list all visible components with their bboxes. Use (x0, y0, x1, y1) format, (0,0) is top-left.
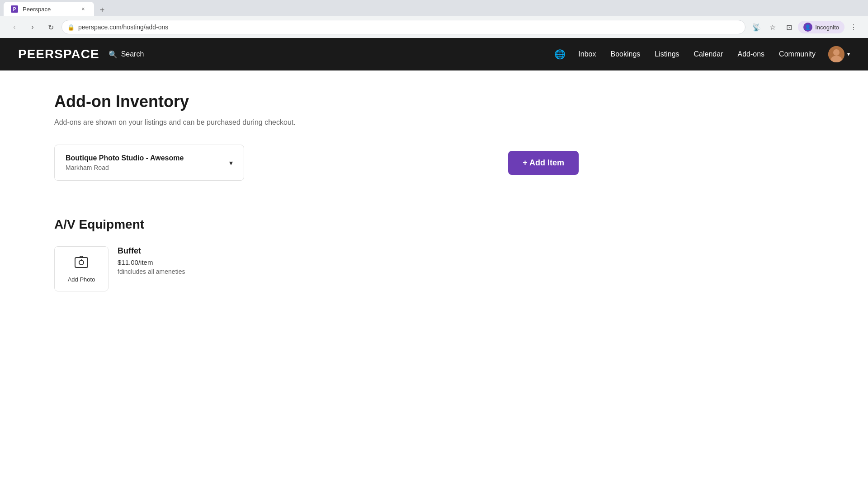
extension-button[interactable]: ⊡ (782, 20, 796, 34)
listing-name: Boutique Photo Studio - Awesome (66, 154, 184, 162)
address-bar[interactable]: 🔒 peerspace.com/hosting/add-ons (61, 20, 745, 34)
site-nav-right: 🌐 Inbox Bookings Listings Calendar Add-o… (554, 46, 850, 62)
nav-listings[interactable]: Listings (653, 47, 681, 62)
search-icon: 🔍 (108, 50, 118, 59)
forward-button[interactable]: › (25, 20, 40, 34)
add-photo-label: Add Photo (68, 276, 95, 283)
nav-community[interactable]: Community (777, 47, 817, 62)
browser-frame: P Peerspace × + ‹ › ↻ 🔒 peerspace.com/ho… (0, 0, 868, 38)
add-item-button[interactable]: + Add Item (508, 151, 579, 175)
nav-calendar[interactable]: Calendar (692, 47, 725, 62)
item-price: $11.00/item (118, 258, 185, 266)
add-photo-icon (74, 255, 89, 272)
incognito-icon: 👤 (803, 23, 812, 32)
item-details: Buffet $11.00/item fdincludes all amenet… (118, 246, 185, 275)
section-divider (54, 199, 579, 199)
tab-bar: P Peerspace × + (0, 0, 868, 16)
page-subtitle: Add-ons are shown on your listings and c… (54, 118, 579, 127)
cast-button[interactable]: 📡 (749, 20, 764, 34)
browser-tab[interactable]: P Peerspace × (4, 2, 94, 16)
incognito-button[interactable]: 👤 Incognito (798, 21, 844, 33)
page-title: Add-on Inventory (54, 92, 579, 111)
listing-selector-dropdown[interactable]: Boutique Photo Studio - Awesome Markham … (54, 145, 244, 181)
items-grid: Add Photo Buffet $11.00/item fdincludes … (54, 246, 579, 291)
listing-dropdown-chevron-icon: ▾ (229, 159, 233, 167)
address-text: peerspace.com/hosting/add-ons (78, 23, 168, 31)
nav-bookings[interactable]: Bookings (609, 47, 642, 62)
listing-address: Markham Road (66, 164, 184, 171)
listing-selector-row: Boutique Photo Studio - Awesome Markham … (54, 145, 579, 181)
globe-icon[interactable]: 🌐 (554, 49, 566, 60)
refresh-button[interactable]: ↻ (43, 20, 58, 34)
avatar (828, 46, 844, 62)
nav-inbox[interactable]: Inbox (576, 47, 598, 62)
back-button[interactable]: ‹ (7, 20, 22, 34)
browser-menu-button[interactable]: ⋮ (846, 20, 861, 34)
new-tab-button[interactable]: + (96, 4, 108, 16)
bookmark-button[interactable]: ☆ (765, 20, 780, 34)
svg-point-1 (833, 49, 840, 56)
incognito-label: Incognito (815, 24, 839, 31)
browser-toolbar: ‹ › ↻ 🔒 peerspace.com/hosting/add-ons 📡 … (0, 16, 868, 38)
tab-close-button[interactable]: × (80, 5, 87, 13)
search-label: Search (121, 50, 144, 58)
nav-addons[interactable]: Add-ons (736, 47, 767, 62)
user-avatar-section[interactable]: ▾ (828, 46, 850, 62)
item-name: Buffet (118, 246, 185, 256)
site-header: PEERSPACE 🔍 Search 🌐 Inbox Bookings List… (0, 38, 868, 70)
user-menu-chevron-icon: ▾ (847, 51, 850, 57)
tab-title: Peerspace (23, 6, 75, 13)
tab-favicon: P (11, 5, 18, 13)
section-title: A/V Equipment (54, 217, 579, 232)
nav-left: PEERSPACE 🔍 Search (18, 47, 149, 62)
main-content: Add-on Inventory Add-ons are shown on yo… (0, 70, 633, 313)
svg-point-4 (79, 260, 84, 265)
lock-icon: 🔒 (67, 24, 75, 31)
item-description: fdincludes all ameneties (118, 268, 185, 275)
listing-info: Boutique Photo Studio - Awesome Markham … (66, 154, 184, 171)
toolbar-right: 📡 ☆ ⊡ 👤 Incognito ⋮ (749, 20, 861, 34)
add-photo-button[interactable]: Add Photo (54, 246, 108, 291)
site-logo[interactable]: PEERSPACE (18, 47, 99, 61)
search-button[interactable]: 🔍 Search (103, 47, 150, 62)
item-card: Add Photo Buffet $11.00/item fdincludes … (54, 246, 185, 291)
